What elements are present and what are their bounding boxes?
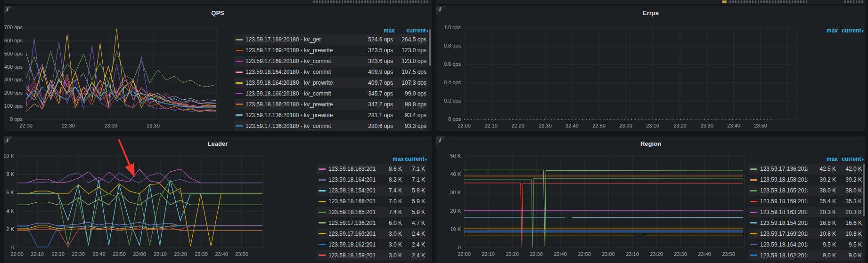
series-current-value: 9.0 K: [836, 252, 862, 259]
series-color-swatch: [750, 190, 757, 191]
series-name: 123.59.18.164:20180 - kv_prewrite: [246, 80, 352, 86]
legend-row[interactable]: 123.59.18.164:201808.2 K7.1 K: [317, 175, 426, 185]
series-color-swatch: [236, 61, 243, 62]
panel-title-errps[interactable]: Errps: [436, 9, 865, 16]
legend-row[interactable]: 123.59.17.169:20180 - kv_commit323.6 ops…: [234, 56, 427, 67]
series-max-value: 8.2 K: [376, 176, 402, 183]
sort-desc-icon: ▾: [425, 157, 427, 162]
series-max-value: 345.7 ops: [352, 90, 393, 97]
series-color-swatch: [750, 244, 757, 245]
series-current-value: 20.3 K: [836, 209, 862, 215]
qps-legend-header: max current▾: [234, 27, 429, 34]
legend-row[interactable]: 123.59.18.164:20180 - kv_commit409.9 ops…: [234, 67, 427, 78]
series-max-value: 8.6 K: [376, 166, 402, 172]
qps-legend: 123.59.17.169:20180 - kv_get524.6 ops264…: [234, 34, 427, 131]
series-color-swatch: [750, 212, 757, 213]
legend-sort-current[interactable]: current▾: [838, 156, 864, 162]
leader-legend: 123.59.18.163:201808.6 K7.1 K123.59.18.1…: [317, 164, 426, 261]
series-name: 123.59.17.169:20180 - kv_prewrite: [246, 47, 352, 54]
legend-row[interactable]: 123.59.18.162:201803.0 K2.4 K: [317, 239, 426, 250]
series-max-value: 16.8 K: [808, 220, 836, 226]
series-color-swatch: [750, 233, 757, 234]
series-name: 123.59.18.162:20180: [760, 252, 808, 259]
legend-sort-current[interactable]: current▾: [404, 156, 427, 162]
series-current-value: 2.4 K: [402, 231, 426, 237]
series-color-swatch: [236, 114, 243, 116]
sort-desc-icon: ▾: [861, 29, 864, 33]
legend-sort-max[interactable]: max: [377, 156, 404, 162]
legend-row[interactable]: 123.59.18.164:201809.5 K9.5 K: [748, 239, 862, 250]
leader-plot-area[interactable]: [17, 156, 264, 248]
series-name: 123.59.18.163:20180: [328, 166, 376, 172]
errps-plot-area[interactable]: [464, 28, 796, 120]
legend-sort-current[interactable]: current▾: [395, 27, 429, 34]
legend-row[interactable]: 123.59.18.154:2018016.8 K16.6 K: [748, 217, 862, 228]
legend-sort-max[interactable]: max: [354, 27, 395, 34]
series-name: 123.59.18.159:20180: [328, 252, 376, 259]
series-current-value: 123.0 ops: [393, 47, 427, 54]
legend-row[interactable]: 123.59.18.166:20180 - kv_prewrite347.2 o…: [234, 99, 427, 110]
series-name: 123.59.17.136:20180: [760, 166, 808, 172]
series-color-swatch: [236, 104, 243, 105]
series-max-value: 10.8 K: [808, 231, 836, 237]
panel-title-region[interactable]: Region: [436, 140, 865, 147]
legend-row[interactable]: 123.59.17.169:20180 - kv_get524.6 ops264…: [234, 34, 427, 45]
series-max-value: 409.9 ops: [352, 69, 393, 75]
legend-row[interactable]: 123.59.18.165:201807.4 K5.9 K: [317, 207, 426, 218]
series-current-value: 10.8 K: [836, 231, 862, 237]
legend-row[interactable]: 123.59.18.166:201807.0 K5.9 K: [317, 196, 426, 207]
legend-row[interactable]: 123.59.18.154:201807.4 K5.9 K: [317, 185, 426, 196]
legend-row[interactable]: 123.59.17.136:201806.0 K4.7 K: [317, 217, 426, 228]
series-current-value: 35.3 K: [836, 198, 862, 205]
legend-row[interactable]: 123.59.18.166:20180 - kv_commit345.7 ops…: [234, 88, 427, 99]
panel-title-leader[interactable]: Leader: [4, 140, 432, 147]
series-name: 123.59.18.159:20180: [760, 198, 808, 205]
legend-row[interactable]: 123.59.17.136:2018042.5 K42.0 K: [748, 164, 862, 175]
region-legend-scrollbar[interactable]: [863, 164, 865, 216]
series-name: 123.59.17.169:20180: [760, 231, 808, 237]
legend-row[interactable]: 123.59.17.169:201803.0 K2.4 K: [317, 228, 426, 239]
series-max-value: 347.2 ops: [352, 101, 393, 108]
series-color-swatch: [236, 72, 243, 73]
region-legend: 123.59.17.136:2018042.5 K42.0 K123.59.18…: [748, 164, 862, 261]
legend-row[interactable]: 123.59.18.165:2018038.0 K38.0 K: [748, 185, 862, 196]
legend-row[interactable]: 123.59.18.159:2018035.4 K35.3 K: [748, 196, 862, 207]
series-max-value: 35.4 K: [808, 198, 836, 205]
legend-row[interactable]: 123.59.18.163:201808.6 K7.1 K: [317, 164, 426, 175]
cut-panel-above-left: [4, 0, 432, 4]
qps-plot-area[interactable]: [26, 28, 217, 120]
sort-desc-icon: ▾: [426, 29, 428, 33]
series-color-swatch: [236, 93, 243, 94]
legend-row[interactable]: 123.59.18.163:2018020.3 K20.3 K: [748, 207, 862, 218]
series-max-value: 3.0 K: [376, 231, 402, 237]
series-max-value: 3.0 K: [376, 252, 402, 259]
series-current-value: 107.3 ops: [393, 80, 427, 86]
series-color-swatch: [750, 255, 757, 256]
legend-sort-max[interactable]: max: [810, 156, 838, 162]
panel-title-qps[interactable]: QPS: [4, 9, 432, 16]
clipped-legend-text: [844, 0, 864, 3]
series-current-value: 2.4 K: [402, 241, 426, 248]
series-current-value: 98.8 ops: [393, 101, 427, 108]
legend-row[interactable]: 123.59.18.164:20180 - kv_prewrite409.7 o…: [234, 78, 427, 88]
series-current-value: 42.0 K: [836, 166, 862, 172]
legend-row[interactable]: 123.59.18.159:201803.0 K2.4 K: [317, 250, 426, 261]
legend-row[interactable]: 123.59.18.162:201809.0 K9.0 K: [748, 250, 862, 261]
region-plot-area[interactable]: [464, 156, 745, 248]
series-current-value: 5.9 K: [402, 209, 426, 215]
legend-sort-current[interactable]: current▾: [838, 27, 864, 34]
series-color-swatch: [750, 168, 757, 170]
legend-row[interactable]: 123.59.17.169:2018010.8 K10.8 K: [748, 228, 862, 239]
legend-row[interactable]: 123.59.17.136:20180 - kv_commit280.6 ops…: [234, 120, 427, 131]
series-max-value: 323.6 ops: [352, 58, 393, 64]
legend-sort-max[interactable]: max: [810, 27, 838, 34]
series-max-value: 9.5 K: [808, 241, 836, 248]
series-name: 123.59.18.158:20180: [760, 176, 808, 183]
grafana-dashboard: i QPS i Errps i Leader i Region max curr…: [0, 0, 868, 263]
legend-row[interactable]: 123.59.17.169:20180 - kv_prewrite323.5 o…: [234, 45, 427, 56]
legend-row[interactable]: 123.59.18.158:2018039.2 K39.2 K: [748, 175, 862, 185]
legend-row[interactable]: 123.59.17.136:20180 - kv_prewrite281.1 o…: [234, 110, 427, 120]
series-name: 123.59.17.169:20180 - kv_commit: [246, 58, 352, 64]
qps-legend-scrollbar[interactable]: [429, 29, 431, 66]
series-max-value: 3.0 K: [376, 241, 402, 248]
